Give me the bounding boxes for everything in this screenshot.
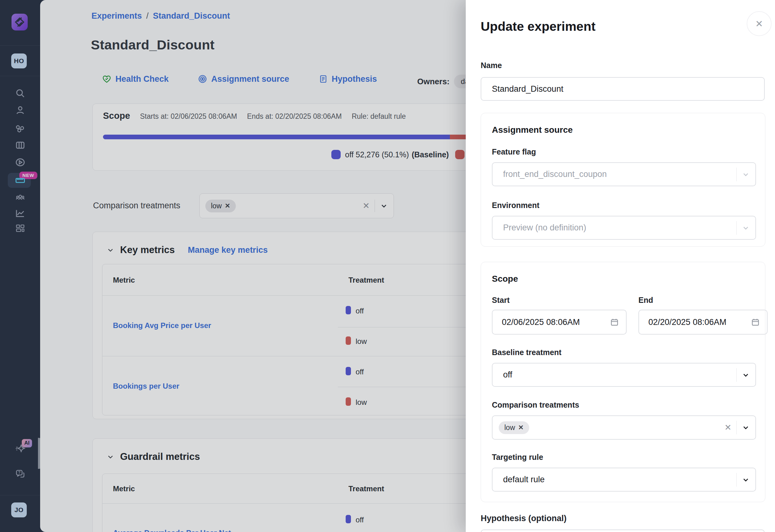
owners-label: Owners: xyxy=(417,77,450,86)
select-divider xyxy=(736,473,737,487)
environment-value: Preview (no definition) xyxy=(503,223,586,233)
metric-link[interactable]: Booking Avg Price per User xyxy=(113,321,211,330)
sidebar-divider xyxy=(0,76,40,76)
columns-icon[interactable] xyxy=(15,140,26,151)
scope-rule: Rule: default rule xyxy=(351,112,406,121)
treatment-chip-low[interactable]: low✕ xyxy=(205,200,236,212)
scope-card: Scope Start End 02/06/2025 08:06AM 02/20… xyxy=(481,262,765,502)
users-icon[interactable] xyxy=(15,104,26,116)
environment-label: Environment xyxy=(492,201,540,210)
legend-swatch-low xyxy=(455,150,465,159)
feature-flag-select[interactable]: front_end_discount_coupon xyxy=(492,162,756,186)
hypothesis-input[interactable] xyxy=(481,530,765,532)
treatment-chip-low[interactable]: low✕ xyxy=(499,421,529,434)
legend-swatch-off xyxy=(331,150,341,159)
chevron-down-icon xyxy=(742,224,750,232)
search-icon[interactable] xyxy=(15,88,26,99)
health-check-link[interactable]: Health Check xyxy=(102,74,169,84)
metric-link[interactable]: Average Downloads Per User Net xyxy=(113,529,231,532)
chevron-down-icon xyxy=(742,476,750,484)
statsig-logo[interactable] xyxy=(12,14,28,30)
assignment-source-link[interactable]: Assignment source xyxy=(197,74,289,84)
calendar-icon[interactable] xyxy=(751,317,760,327)
treatment-name: off xyxy=(355,368,364,376)
start-date-value: 02/06/2025 08:06AM xyxy=(502,317,580,327)
targeting-rule-select[interactable]: default rule xyxy=(492,468,756,492)
col-treatment: Treatment xyxy=(348,276,384,285)
audiences-icon[interactable] xyxy=(15,192,26,203)
drawer-title: Update experiment xyxy=(481,19,596,34)
baseline-treatment-select[interactable]: off xyxy=(492,363,756,387)
help-chat-icon[interactable]: ? xyxy=(15,468,26,479)
breadcrumb-current-link[interactable]: Standard_Discount xyxy=(153,11,230,21)
key-metrics-title: Key metrics xyxy=(120,244,175,256)
comparison-treatments-select[interactable]: low✕ ✕ xyxy=(199,193,394,218)
comparison-treatments-label: Comparison treatments xyxy=(492,400,579,409)
target-icon xyxy=(197,74,207,84)
clear-icon[interactable]: ✕ xyxy=(724,423,731,433)
comparison-treatments-select[interactable]: low✕ ✕ xyxy=(492,415,756,440)
workspace-avatar[interactable]: HO xyxy=(11,53,27,68)
select-divider xyxy=(374,200,375,212)
treatment-name: off xyxy=(355,516,364,524)
health-check-label: Health Check xyxy=(115,74,169,84)
hexagons-icon[interactable] xyxy=(15,123,26,134)
allocation-legend: off 52,276 (50.1%) (Baseline) low xyxy=(331,150,480,159)
start-date-input[interactable]: 02/06/2025 08:06AM xyxy=(492,310,627,335)
release-icon[interactable] xyxy=(15,157,26,168)
manage-key-metrics-link[interactable]: Manage key metrics xyxy=(188,245,268,255)
user-avatar[interactable]: JO xyxy=(11,502,27,517)
assignment-source-card: Assignment source Feature flag front_end… xyxy=(481,113,765,247)
dashboard-icon[interactable] xyxy=(15,223,26,234)
targeting-rule-label: Targeting rule xyxy=(492,453,543,462)
clear-icon[interactable]: ✕ xyxy=(362,201,369,211)
select-divider xyxy=(736,221,737,235)
legend-item-off: off 52,276 (50.1%) (Baseline) xyxy=(331,150,449,159)
app-window: HO NEW A xyxy=(0,0,775,532)
hypothesis-link[interactable]: Hypothesis xyxy=(318,74,377,84)
ai-badge: AI xyxy=(22,439,32,447)
select-divider xyxy=(736,368,737,382)
col-treatment: Treatment xyxy=(348,484,384,493)
hypothesis-label: Hypothesis (optional) xyxy=(481,514,567,523)
scope-heading: Scope xyxy=(492,274,518,284)
collapse-chevron-icon[interactable] xyxy=(106,246,114,254)
feature-flag-label: Feature flag xyxy=(492,147,536,156)
logo-diamond-icon xyxy=(14,17,25,27)
col-metric: Metric xyxy=(113,484,135,493)
scope-starts: Starts at: 02/06/2025 08:06AM xyxy=(140,112,237,121)
name-label: Name xyxy=(481,61,502,70)
chevron-down-icon[interactable] xyxy=(380,202,388,210)
chip-remove-icon[interactable]: ✕ xyxy=(518,424,524,431)
sidebar-divider xyxy=(0,495,40,495)
treatment-swatch-off xyxy=(346,515,351,523)
close-icon: ✕ xyxy=(755,18,763,29)
treatment-name: low xyxy=(355,398,367,407)
environment-select[interactable]: Preview (no definition) xyxy=(492,216,756,240)
ruler-icon xyxy=(15,175,26,186)
select-divider xyxy=(736,421,737,434)
allocation-segment-off xyxy=(103,135,450,139)
metrics-icon[interactable] xyxy=(15,208,26,219)
chip-remove-icon[interactable]: ✕ xyxy=(225,202,230,210)
name-value: Standard_Discount xyxy=(492,84,564,94)
treatment-name: low xyxy=(355,337,367,346)
end-date-input[interactable]: 02/20/2025 08:06AM xyxy=(638,310,768,335)
calendar-icon[interactable] xyxy=(610,317,619,327)
guardrail-metrics-title: Guardrail metrics xyxy=(120,451,200,462)
heart-check-icon xyxy=(102,74,112,84)
breadcrumb-experiments-link[interactable]: Experiments xyxy=(91,11,142,21)
close-button[interactable]: ✕ xyxy=(747,11,772,36)
end-label: End xyxy=(638,296,653,305)
treatment-swatch-low xyxy=(346,397,351,406)
collapse-chevron-icon[interactable] xyxy=(106,453,114,461)
scope-ends: Ends at: 02/20/2025 08:06AM xyxy=(247,112,341,121)
baseline-treatment-value: off xyxy=(503,370,513,380)
metric-link[interactable]: Bookings per User xyxy=(113,382,179,391)
breadcrumb: Experiments / Standard_Discount xyxy=(91,11,230,21)
breadcrumb-separator: / xyxy=(146,11,149,21)
name-input[interactable]: Standard_Discount xyxy=(481,77,765,101)
chevron-down-icon xyxy=(742,371,750,379)
sidebar: HO NEW A xyxy=(0,0,40,532)
page-title: Standard_Discount xyxy=(91,37,215,53)
